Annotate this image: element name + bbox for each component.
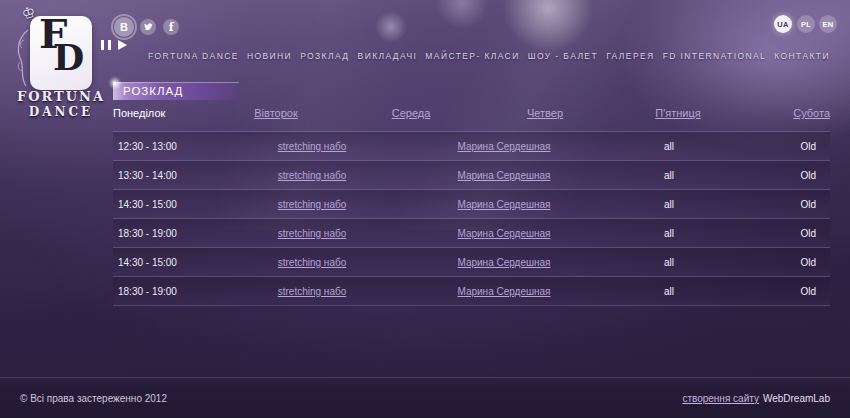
site-logo[interactable]: ♔ F D FORTUNA DANCE [0,0,120,130]
day-tab-saturday[interactable]: Субота [749,107,830,119]
logo-name-line2: DANCE [5,105,117,119]
nav-item-news[interactable]: НОВИНИ [247,51,292,61]
nav-item-show-ballet[interactable]: ШОУ - БАЛЕТ [528,51,598,61]
logo-card: F D [30,16,92,90]
language-ua-label: UA [777,20,788,29]
group-cell: all [617,228,721,239]
footer: © Всі права застереженно 2012 створення … [0,377,850,418]
logo-monogram-d: D [53,36,84,78]
page-background: ♔ F D FORTUNA DANCE В f UA PL EN [0,0,850,418]
table-row: 13:30 - 14:00 stretching набо Марина Сер… [113,160,830,189]
teacher-link[interactable]: Марина Сердешная [391,199,617,210]
page-title: РОЗКЛАД [113,85,183,97]
nav-item-teachers[interactable]: ВИКЛАДАЧІ [358,51,418,61]
schedule-day-header: Понеділок Вівторок Середа Четвер П'ятниц… [113,107,830,119]
logo-name-line1: FORTUNA [5,89,117,104]
class-link[interactable]: stretching набо [233,286,391,297]
group-cell: all [617,170,721,181]
teacher-link[interactable]: Марина Сердешная [391,228,617,239]
sparkle-icon [108,76,122,90]
table-row: 12:30 - 13:00 stretching набо Марина Сер… [113,131,830,160]
logo-wordmark: FORTUNA DANCE [5,89,117,119]
vine-flourish-icon [12,28,32,88]
day-tab-friday[interactable]: П'ятниця [607,107,749,119]
nav-item-fd-international[interactable]: FD INTERNATIONAL [663,51,766,61]
nav-item-schedule[interactable]: РОЗКЛАД [300,51,349,61]
day-tab-thursday[interactable]: Четвер [483,107,607,119]
vk-icon[interactable]: В [114,17,134,37]
table-row: 14:30 - 15:00 stretching набо Марина Сер… [113,247,830,276]
pause-icon[interactable] [101,40,111,50]
teacher-link[interactable]: Марина Сердешная [391,170,617,181]
nav-item-gallery[interactable]: ГАЛЕРЕЯ [606,51,654,61]
day-tab-wednesday[interactable]: Середа [339,107,483,119]
time-cell: 18:30 - 19:00 [113,228,233,239]
day-tab-monday: Понеділок [113,107,213,119]
twitter-bird-icon [143,22,153,32]
time-cell: 12:30 - 13:00 [113,141,233,152]
site-credit: створення сайту WebDreamLab [682,393,830,404]
play-icon[interactable] [118,40,127,50]
group-cell: all [617,141,721,152]
table-row: 14:30 - 15:00 stretching набо Марина Сер… [113,189,830,218]
group-cell: all [617,286,721,297]
language-en-label: EN [822,20,833,29]
language-button-en[interactable]: EN [819,15,837,33]
teacher-link[interactable]: Марина Сердешная [391,141,617,152]
copyright-text: © Всі права застереженно 2012 [20,393,167,404]
class-link[interactable]: stretching набо [233,228,391,239]
credit-name: WebDreamLab [763,393,830,404]
language-pl-label: PL [801,20,811,29]
schedule-table: 12:30 - 13:00 stretching набо Марина Сер… [113,131,830,306]
age-cell: Old [721,228,830,239]
age-cell: Old [721,141,830,152]
facebook-icon-letter: f [169,21,174,34]
group-cell: all [617,257,721,268]
class-link[interactable]: stretching набо [233,199,391,210]
language-button-ua[interactable]: UA [774,15,792,33]
main-nav: FORTUNA DANCE НОВИНИ РОЗКЛАД ВИКЛАДАЧІ М… [148,51,830,61]
time-cell: 18:30 - 19:00 [113,286,233,297]
class-link[interactable]: stretching набо [233,141,391,152]
teacher-link[interactable]: Марина Сердешная [391,286,617,297]
day-tab-tuesday[interactable]: Вівторок [213,107,339,119]
time-cell: 14:30 - 15:00 [113,199,233,210]
twitter-icon[interactable] [140,19,156,35]
table-row: 18:30 - 19:00 stretching набо Марина Сер… [113,218,830,247]
nav-item-home[interactable]: FORTUNA DANCE [148,51,239,61]
class-link[interactable]: stretching набо [233,257,391,268]
teacher-link[interactable]: Марина Сердешная [391,257,617,268]
age-cell: Old [721,170,830,181]
group-cell: all [617,199,721,210]
nav-item-contacts[interactable]: КОНТАКТИ [774,51,830,61]
age-cell: Old [721,286,830,297]
facebook-icon[interactable]: f [163,19,179,35]
nav-item-masterclasses[interactable]: МАЙСТЕР- КЛАСИ [425,51,519,61]
language-button-pl[interactable]: PL [797,15,815,33]
time-cell: 14:30 - 15:00 [113,257,233,268]
age-cell: Old [721,257,830,268]
vk-icon-letter: В [120,21,128,33]
page-title-bar: РОЗКЛАД [113,82,239,100]
age-cell: Old [721,199,830,210]
credit-link[interactable]: створення сайту [682,393,759,404]
class-link[interactable]: stretching набо [233,170,391,181]
time-cell: 13:30 - 14:00 [113,170,233,181]
table-row: 18:30 - 19:00 stretching набо Марина Сер… [113,276,830,305]
